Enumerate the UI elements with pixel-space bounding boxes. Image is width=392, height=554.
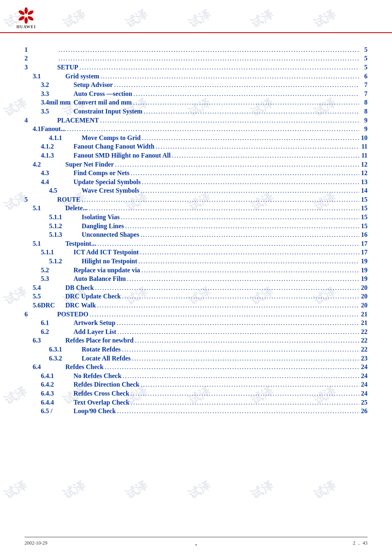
toc-row-title: Testpoint... <box>65 240 96 247</box>
toc-row: 3.1Grid system .........................… <box>24 72 368 81</box>
watermark: 试泽 <box>60 477 88 502</box>
toc-row-title: Artwork Setup <box>74 319 116 327</box>
logo-text: HUAWEI <box>16 24 36 29</box>
toc-row-title: Update Special Symbols <box>74 178 140 186</box>
toc-row: 4.3Find Comps or Nets ..................… <box>24 169 368 178</box>
toc-row-num: 5.3 <box>24 275 74 283</box>
toc-row-title: POSTEDO <box>57 311 88 318</box>
toc-row: 3.5Constraint Input System .............… <box>24 107 368 116</box>
toc-row-num: 6.4.4 <box>24 399 74 406</box>
toc-row-title: Add Layer List <box>74 328 116 336</box>
toc-row: 6.4.2Refdes Direction Check ............… <box>24 380 368 389</box>
toc-row-title: Hilight no Testpoint <box>82 258 137 265</box>
footer-date: 2002-10-29 <box>24 540 47 546</box>
toc-row-num: 5.1.1 <box>24 249 74 256</box>
toc-row: 3.3Auto Cross —section .................… <box>24 89 368 98</box>
toc-row-dots: ........................................… <box>139 249 359 256</box>
toc-row: 4.1.3Fanout SMD Hilight no Fanout All ..… <box>24 151 368 160</box>
toc-row-dots: ........................................… <box>94 284 359 291</box>
toc-row-num: 3.2 <box>24 81 74 89</box>
toc-row-num: 4.1Fanout... <box>24 125 66 133</box>
toc-row: 4.1Fanout... ...........................… <box>24 125 368 133</box>
page-header: HUAWEI <box>0 0 392 33</box>
toc-row-dots: ........................................… <box>129 169 359 177</box>
toc-row-num: 6.4 <box>24 363 65 371</box>
toc-row-title: Auto Balance Film <box>74 275 126 283</box>
toc-row-page: 20 <box>359 302 368 309</box>
toc-row-page: 10 <box>359 134 368 142</box>
toc-row-dots: ........................................… <box>80 196 359 203</box>
toc-row-title: Locate All Refdes <box>82 355 131 362</box>
toc-row-dots: ........................................… <box>88 205 359 212</box>
toc-row-page: 15 <box>359 214 368 221</box>
toc-row-num: 6.2 <box>24 328 74 336</box>
svg-point-3 <box>24 17 28 24</box>
toc-row: 5.1.1ICT Add ICT Testpoint .............… <box>24 248 368 257</box>
toc-row: 4.1.1Move Comps to Grid ................… <box>24 133 368 142</box>
toc-row-page: 24 <box>359 381 368 388</box>
toc-row-num: 4.1.2 <box>24 143 74 150</box>
page-footer: 2002-10-29 ， 2 ， 43 <box>24 537 368 547</box>
toc-row-dots: ........................................… <box>120 214 359 221</box>
toc-row: 6.4.3Refdes Cross Check ................… <box>24 389 368 398</box>
toc-row-num: 6.5 / <box>24 407 74 415</box>
toc-row-title: Refdes Direction Check <box>74 381 139 388</box>
toc-row: 5.1.1Isolating Vias ....................… <box>24 213 368 222</box>
toc-row-dots: ........................................… <box>143 108 359 115</box>
toc-row-dots: ........................................… <box>96 302 359 309</box>
toc-row-dots: ........................................… <box>139 187 359 194</box>
toc-row-num: 5.1.2 <box>24 222 82 230</box>
toc-row-dots: ........................................… <box>140 178 359 186</box>
toc-row: 6.3.1Rotate Refdes .....................… <box>24 345 368 354</box>
toc-row: 5ROUTE .................................… <box>24 195 368 204</box>
toc-row-dots: ........................................… <box>171 152 359 159</box>
toc-row-title: Unconnected Shapes <box>82 231 139 238</box>
toc-row-dots: ........................................… <box>129 399 359 406</box>
huawei-logo-icon <box>16 7 36 24</box>
toc-row-page: 12 <box>359 169 368 177</box>
toc-row-dots: ........................................… <box>121 293 359 300</box>
toc-row-title: ROUTE <box>57 196 80 203</box>
toc-row: 1 ......................................… <box>24 45 368 54</box>
toc-row-page: 5 <box>359 46 368 53</box>
toc-row-dots: ........................................… <box>66 125 359 133</box>
footer-page-indicator: ， <box>193 540 199 547</box>
toc-row: 5.1Delete... ...........................… <box>24 204 368 213</box>
svg-point-0 <box>24 7 28 14</box>
toc-row-num: 3 <box>24 64 57 71</box>
toc-row-page: 6 <box>359 73 368 80</box>
toc-row-title: No Refdes Check <box>74 372 121 380</box>
toc-row-dots: ........................................… <box>131 355 359 362</box>
toc-row-num: 4 <box>24 117 57 124</box>
toc-row: 6.1Artwork Setup .......................… <box>24 318 368 327</box>
toc-row-dots: ........................................… <box>129 390 359 397</box>
toc-row-title: Super Net Finder <box>65 161 114 168</box>
toc-row-dots: ........................................… <box>96 240 359 247</box>
toc-row: 6POSTEDO ...............................… <box>24 310 368 319</box>
toc-row-page: 12 <box>359 161 368 168</box>
toc-row-title: PLACEMENT <box>57 117 99 124</box>
toc-row-title: Loop/90 Check <box>74 407 116 415</box>
toc-row-dots: ........................................… <box>104 363 359 371</box>
toc-row-title: DB Check <box>65 284 94 291</box>
toc-row-title: Dangling Lines <box>82 222 124 230</box>
toc-row-num: 6.4.1 <box>24 372 74 380</box>
watermark: 试泽 <box>311 477 339 502</box>
toc-row-dots: ........................................… <box>113 81 359 89</box>
toc-row: 4.1.2Fanout Chang Fanout Width .........… <box>24 142 368 151</box>
svg-point-4 <box>18 16 25 22</box>
toc-row-title: ICT Add ICT Testpoint <box>74 249 139 256</box>
toc-row: 4.5Wave Crest Symbols ..................… <box>24 187 368 196</box>
toc-row-dots: ........................................… <box>126 275 359 283</box>
toc-row-page: 9 <box>359 117 368 124</box>
toc-row-dots: ........................................… <box>57 55 359 62</box>
toc-row-title: Refdes Cross Check <box>74 390 129 397</box>
toc-row: 4PLACEMENT .............................… <box>24 116 368 125</box>
toc-row-title: Delete... <box>65 205 88 212</box>
toc-row-title: Refdes Place for newbrd <box>65 337 134 344</box>
toc-row-dots: ........................................… <box>78 64 359 71</box>
toc-row-num: 2 <box>24 55 57 62</box>
toc-row-page: 19 <box>359 267 368 274</box>
toc-row: 2 ......................................… <box>24 54 368 63</box>
toc-row-page: 26 <box>359 407 368 415</box>
